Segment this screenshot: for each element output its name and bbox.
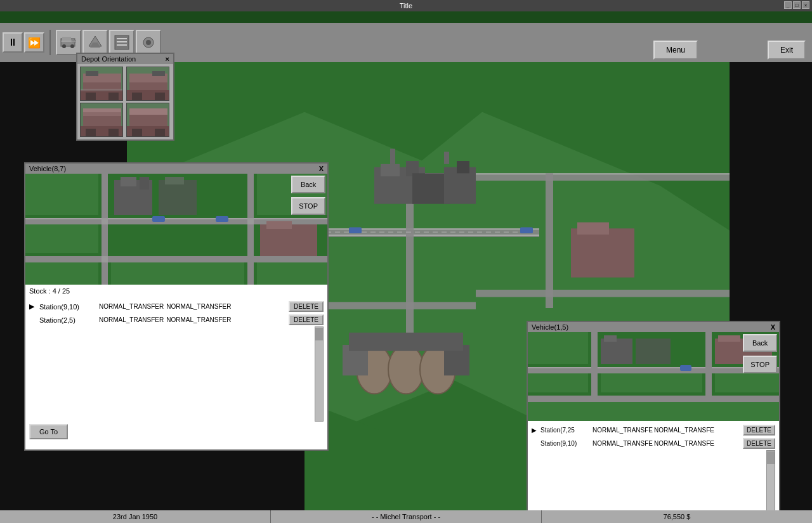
vehicle-1-station-2-delete[interactable]: DELETE xyxy=(289,314,324,325)
vehicle-2-map-viewport[interactable]: Back STOP xyxy=(528,332,779,421)
vehicle-1-stop-button[interactable]: STOP xyxy=(291,197,325,215)
svg-rect-84 xyxy=(155,129,165,136)
svg-rect-34 xyxy=(381,164,400,176)
vehicle-1-stock-label: Stock : 4 / 25 xyxy=(29,287,324,295)
svg-rect-93 xyxy=(102,256,108,262)
playback-controls: ⏸ ⏩ xyxy=(3,32,44,53)
depot-tile-se[interactable] xyxy=(126,103,169,137)
vehicle-panel-1: Vehicle(8,7) X xyxy=(24,162,329,451)
vehicle-2-active-indicator: ▶ xyxy=(532,427,539,434)
road-tool-button[interactable] xyxy=(82,30,108,55)
svg-rect-106 xyxy=(111,262,244,285)
svg-rect-40 xyxy=(444,152,449,164)
svg-rect-116 xyxy=(604,335,617,342)
vehicle-2-station-1-delete[interactable]: DELETE xyxy=(743,425,775,436)
vehicle-2-station-2-delete[interactable]: DELETE xyxy=(743,438,775,449)
settings-tool-button[interactable] xyxy=(136,30,161,55)
svg-rect-114 xyxy=(528,396,779,402)
svg-rect-28 xyxy=(476,290,730,297)
vehicle-2-back-button[interactable]: Back xyxy=(743,334,777,352)
svg-rect-105 xyxy=(25,262,98,285)
svg-rect-72 xyxy=(132,93,142,100)
svg-rect-92 xyxy=(247,218,254,224)
svg-rect-122 xyxy=(528,332,588,364)
svg-rect-101 xyxy=(260,224,317,256)
status-company: - - Michel Transport - - xyxy=(271,510,542,523)
svg-rect-38 xyxy=(457,161,469,173)
vehicle-1-station-1-delete[interactable]: DELETE xyxy=(289,301,324,312)
vehicle-2-station-1-transfer1: NORMAL_TRANSFE xyxy=(593,427,653,434)
svg-rect-117 xyxy=(636,339,671,364)
status-date: 23rd Jan 1950 xyxy=(0,510,271,523)
vehicle-1-back-button[interactable]: Back xyxy=(291,176,325,193)
exit-button[interactable]: Exit xyxy=(768,41,806,60)
fast-forward-button[interactable]: ⏩ xyxy=(24,32,44,53)
svg-rect-57 xyxy=(349,227,362,233)
svg-rect-119 xyxy=(718,335,740,342)
svg-rect-41 xyxy=(571,228,634,277)
vehicle-1-station-1-transfer2: NORMAL_TRANSFER xyxy=(166,303,231,310)
menu-button[interactable]: Menu xyxy=(653,41,698,60)
vehicle-2-station-2-transfer1: NORMAL_TRANSFE xyxy=(593,440,653,447)
svg-rect-123 xyxy=(528,373,588,392)
depot-tile-sw[interactable] xyxy=(80,103,123,137)
game-viewport: ⏸ ⏩ xyxy=(0,11,812,510)
vehicle-2-scrollbar[interactable] xyxy=(766,450,775,510)
svg-rect-79 xyxy=(83,112,121,116)
vehicle-1-station-1-transfer1: NORMAL_TRANSFER xyxy=(99,303,164,310)
maximize-button[interactable]: □ xyxy=(793,1,801,9)
vehicle-1-goto-button[interactable]: Go To xyxy=(29,424,68,439)
depot-close-button[interactable]: × xyxy=(166,55,169,63)
svg-rect-97 xyxy=(159,180,197,215)
vehicle-2-panel-body: ▶ Station(7,25 NORMAL_TRANSFE NORMAL_TRA… xyxy=(528,421,779,510)
svg-rect-104 xyxy=(25,224,98,253)
title-bar: Title _ □ × xyxy=(0,0,812,11)
svg-rect-98 xyxy=(165,177,184,184)
depot-tiles-grid xyxy=(77,64,173,139)
vehicle-panel-2: Vehicle(1,5) X xyxy=(527,321,780,510)
svg-point-4 xyxy=(70,44,74,48)
vehicle-1-active-indicator: ▶ xyxy=(29,302,37,311)
status-money: 76,550 $ xyxy=(542,510,812,523)
vehicle-1-title-text: Vehicle(8,7) xyxy=(29,165,66,172)
train-tool-button[interactable] xyxy=(56,30,81,55)
vehicle-2-station-1-transfer2: NORMAL_TRANSFE xyxy=(654,427,714,434)
vehicle-panel-1-close[interactable]: X xyxy=(319,165,324,172)
svg-rect-126 xyxy=(528,402,779,421)
vehicle-1-station-list: ▶ Station(9,10) NORMAL_TRANSFER NORMAL_T… xyxy=(29,300,324,326)
svg-rect-115 xyxy=(601,339,632,364)
svg-rect-77 xyxy=(86,129,96,136)
vehicle-2-station-2-name: Station(9,10) xyxy=(540,440,591,447)
depot-tile-ne[interactable] xyxy=(126,67,169,101)
vehicle-1-scrollbar[interactable] xyxy=(315,326,324,422)
vehicle-2-side-buttons: Back STOP xyxy=(741,332,779,375)
svg-rect-89 xyxy=(247,174,254,285)
status-bar: 23rd Jan 1950 - - Michel Transport - - 7… xyxy=(0,510,812,523)
svg-rect-51 xyxy=(349,333,463,351)
vehicle-2-station-row-1: ▶ Station(7,25 NORMAL_TRANSFE NORMAL_TRA… xyxy=(532,423,775,437)
schedule-tool-button[interactable] xyxy=(109,30,134,55)
vehicle-panel-2-close[interactable]: X xyxy=(771,323,775,331)
toolbar-separator xyxy=(49,30,51,55)
depot-tile-nw[interactable] xyxy=(80,67,123,101)
window-title: Title xyxy=(400,2,412,10)
svg-point-44 xyxy=(388,345,424,394)
vehicle-2-stop-button[interactable]: STOP xyxy=(743,356,777,373)
vehicle-1-map-viewport[interactable]: Back STOP xyxy=(25,174,327,285)
close-window-button[interactable]: × xyxy=(802,1,809,9)
vehicle-2-station-1-name: Station(7,25 xyxy=(540,427,591,434)
svg-rect-39 xyxy=(390,149,395,164)
vehicle-1-scroll-area xyxy=(29,326,324,422)
svg-rect-73 xyxy=(155,93,165,100)
svg-rect-88 xyxy=(102,174,108,285)
vehicle-1-side-buttons: Back STOP xyxy=(289,174,327,217)
pause-button[interactable]: ⏸ xyxy=(3,32,23,53)
vehicle-1-station-1-name: Station(9,10) xyxy=(39,303,96,311)
minimize-button[interactable]: _ xyxy=(784,1,792,9)
title-bar-controls: _ □ × xyxy=(784,1,809,9)
vehicle-1-map-svg xyxy=(25,174,327,285)
vehicle-panel-2-title: Vehicle(1,5) X xyxy=(528,322,779,332)
svg-rect-65 xyxy=(86,93,96,100)
vehicle-2-inactive-indicator xyxy=(532,440,539,447)
vehicle-1-station-row-1: ▶ Station(9,10) NORMAL_TRANSFER NORMAL_T… xyxy=(29,300,324,313)
